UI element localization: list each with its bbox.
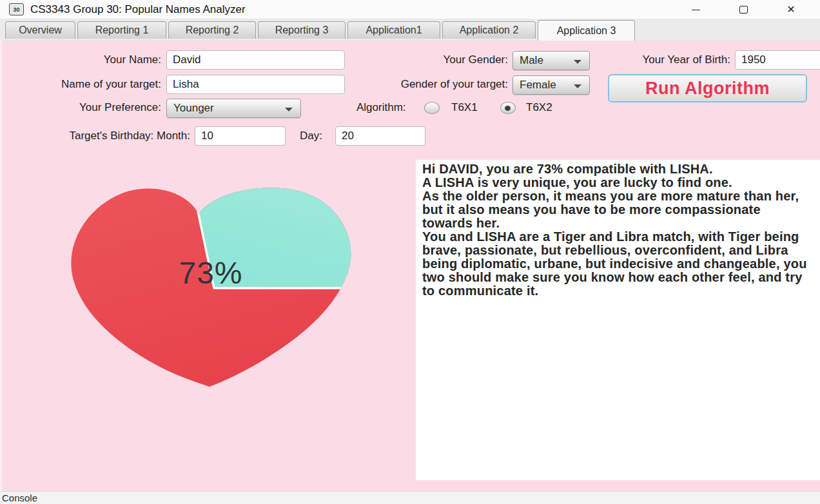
radio-selected-dot bbox=[505, 106, 511, 111]
your-gender-value: Male bbox=[520, 54, 543, 67]
target-gender-value: Female bbox=[520, 79, 556, 92]
preference-label: Your Preference: bbox=[26, 98, 161, 117]
result-paragraph: Hi DAVID, you are 73% compatible with LI… bbox=[422, 162, 814, 176]
year-of-birth-input[interactable] bbox=[735, 50, 820, 70]
year-of-birth-label: Your Year of Birth: bbox=[606, 50, 730, 70]
radio-t6x1[interactable] bbox=[424, 102, 440, 114]
result-paragraph: As the older person, it means you are mo… bbox=[422, 189, 814, 230]
target-gender-select[interactable]: Female bbox=[512, 75, 590, 95]
application-3-panel: Your Name: Your Gender: Male Your Year o… bbox=[0, 41, 820, 491]
preference-value: Younger bbox=[173, 102, 214, 115]
close-button[interactable]: ✕ bbox=[772, 0, 810, 19]
tab-reporting-3[interactable]: Reporting 3 bbox=[258, 21, 346, 39]
chevron-down-icon bbox=[285, 108, 293, 111]
minimize-button[interactable] bbox=[677, 0, 714, 19]
compatibility-heart-chart: 73% bbox=[64, 187, 355, 390]
result-paragraph: A LISHA is very unique, you are lucky to… bbox=[422, 176, 814, 189]
preference-select[interactable]: Younger bbox=[166, 99, 301, 118]
console-bar[interactable]: Console bbox=[0, 491, 820, 504]
window-title: CS3343 Group 30: Popular Names Analyzer bbox=[30, 3, 246, 16]
tab-overview[interactable]: Overview bbox=[5, 21, 75, 39]
chevron-down-icon bbox=[574, 84, 581, 88]
app-icon: 30 bbox=[9, 3, 24, 15]
your-name-input[interactable] bbox=[166, 50, 345, 70]
window-controls: ✕ bbox=[677, 0, 820, 19]
tab-bar: Overview Reporting 1 Reporting 2 Reporti… bbox=[0, 19, 820, 41]
your-gender-label: Your Gender: bbox=[361, 50, 508, 70]
console-label: Console bbox=[2, 492, 37, 503]
title-bar: 30 CS3343 Group 30: Popular Names Analyz… bbox=[0, 0, 820, 19]
target-gender-label: Gender of your target: bbox=[361, 75, 508, 94]
app-window: 30 CS3343 Group 30: Popular Names Analyz… bbox=[0, 0, 820, 504]
tab-reporting-1[interactable]: Reporting 1 bbox=[77, 21, 166, 39]
tab-application-2[interactable]: Application 2 bbox=[442, 21, 536, 39]
close-icon: ✕ bbox=[786, 5, 795, 15]
birthday-day-label: Day: bbox=[300, 126, 329, 146]
your-gender-select[interactable]: Male bbox=[512, 51, 590, 70]
tab-application-3[interactable]: Application 3 bbox=[538, 20, 635, 41]
algorithm-label: Algorithm: bbox=[356, 98, 418, 117]
birthday-month-label: Target's Birthday: Month: bbox=[26, 126, 190, 146]
minimize-icon bbox=[692, 10, 700, 10]
radio-t6x2[interactable] bbox=[500, 102, 516, 114]
heart-pie-svg: 73% bbox=[64, 187, 355, 390]
result-text-area[interactable]: Hi DAVID, you are 73% compatible with LI… bbox=[416, 160, 820, 480]
result-paragraph: You and LISHA are a Tiger and Libra matc… bbox=[422, 230, 814, 298]
maximize-icon bbox=[739, 6, 748, 14]
heart-center-percentage: 73% bbox=[179, 256, 242, 290]
tab-application-1[interactable]: Application1 bbox=[347, 21, 440, 39]
run-algorithm-button[interactable]: Run Algorithm bbox=[608, 74, 807, 102]
radio-t6x1-label[interactable]: T6X1 bbox=[451, 98, 478, 117]
birthday-month-input[interactable] bbox=[195, 126, 286, 146]
radio-t6x2-label[interactable]: T6X2 bbox=[526, 98, 552, 117]
birthday-day-input[interactable] bbox=[335, 126, 425, 146]
target-name-input[interactable] bbox=[166, 75, 345, 94]
target-name-label: Name of your target: bbox=[26, 75, 161, 94]
tab-reporting-2[interactable]: Reporting 2 bbox=[168, 21, 256, 39]
maximize-button[interactable] bbox=[725, 0, 762, 19]
chevron-down-icon bbox=[574, 60, 581, 64]
your-name-label: Your Name: bbox=[26, 50, 161, 70]
